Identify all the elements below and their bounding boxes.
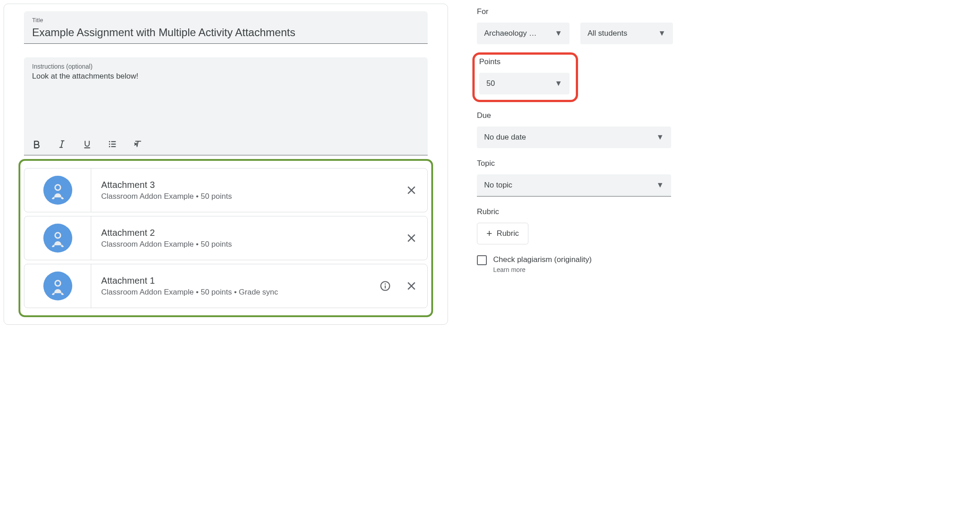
attachment-icon-column: [24, 169, 91, 212]
plus-icon: +: [486, 229, 492, 239]
attachment-actions: [404, 216, 427, 260]
class-dropdown[interactable]: Archaeology … ▼: [477, 23, 569, 44]
title-value: Example Assignment with Multiple Activit…: [32, 26, 420, 39]
points-highlight-box: Points 50 ▼: [472, 52, 578, 102]
svg-point-4: [55, 233, 61, 238]
main-editor-panel: Title Example Assignment with Multiple A…: [0, 0, 452, 357]
class-dropdown-value: Archaeology …: [484, 29, 537, 38]
addon-icon: [43, 224, 72, 253]
svg-point-5: [55, 281, 61, 286]
chevron-down-icon: ▼: [656, 181, 664, 190]
attachment-title: Attachment 2: [101, 228, 394, 238]
students-dropdown[interactable]: All students ▼: [580, 23, 673, 44]
add-rubric-button[interactable]: + Rubric: [477, 223, 528, 244]
plagiarism-label: Check plagiarism (originality): [493, 255, 592, 264]
attachment-card: Attachment 3 Classroom Addon Example • 5…: [24, 168, 428, 212]
addon-icon: [43, 272, 72, 300]
title-field[interactable]: Title Example Assignment with Multiple A…: [24, 11, 428, 44]
topic-section: Topic No topic ▼: [477, 159, 676, 197]
chevron-down-icon: ▼: [658, 29, 666, 38]
chevron-down-icon: ▼: [656, 133, 664, 142]
svg-point-0: [109, 141, 110, 142]
points-dropdown[interactable]: 50 ▼: [479, 73, 569, 94]
for-label: For: [477, 7, 676, 16]
topic-label: Topic: [477, 159, 676, 168]
rubric-button-label: Rubric: [497, 229, 519, 238]
rubric-section: Rubric + Rubric: [477, 207, 676, 244]
rubric-label: Rubric: [477, 207, 676, 216]
plagiarism-row: Check plagiarism (originality) Learn mor…: [477, 255, 676, 273]
remove-attachment-button[interactable]: [404, 183, 419, 198]
attachment-info-button[interactable]: [378, 278, 393, 294]
due-date-dropdown[interactable]: No due date ▼: [477, 126, 671, 148]
instructions-value: Look at the attachments below!: [32, 72, 420, 131]
for-section: For Archaeology … ▼ All students ▼: [477, 7, 676, 44]
attachment-title: Attachment 3: [101, 180, 394, 190]
plagiarism-checkbox[interactable]: [477, 255, 487, 265]
svg-point-7: [385, 283, 386, 285]
attachment-text-column[interactable]: Attachment 1 Classroom Addon Example • 5…: [91, 264, 378, 308]
learn-more-link[interactable]: Learn more: [493, 266, 592, 273]
attachment-card: Attachment 1 Classroom Addon Example • 5…: [24, 264, 428, 308]
points-label: Points: [479, 57, 571, 66]
students-dropdown-value: All students: [588, 29, 627, 38]
chevron-down-icon: ▼: [555, 79, 562, 88]
attachment-subtitle: Classroom Addon Example • 50 points • Gr…: [101, 288, 368, 297]
underline-button[interactable]: [81, 138, 93, 150]
svg-point-1: [109, 144, 110, 145]
close-icon: [406, 232, 417, 244]
points-value: 50: [486, 79, 495, 88]
topic-value: No topic: [484, 181, 512, 190]
attachment-subtitle: Classroom Addon Example • 50 points: [101, 192, 394, 201]
bullet-list-button[interactable]: [106, 138, 119, 150]
attachment-card: Attachment 2 Classroom Addon Example • 5…: [24, 216, 428, 260]
remove-attachment-button[interactable]: [404, 230, 419, 246]
italic-button[interactable]: [56, 138, 68, 150]
close-icon: [406, 184, 417, 196]
bold-button[interactable]: [30, 138, 43, 150]
attachment-text-column[interactable]: Attachment 2 Classroom Addon Example • 5…: [91, 216, 404, 260]
assignment-sidebar: For Archaeology … ▼ All students ▼ Point…: [452, 0, 680, 357]
chevron-down-icon: ▼: [555, 29, 562, 38]
instructions-field[interactable]: Instructions (optional) Look at the atta…: [24, 57, 428, 134]
attachment-actions: [378, 264, 427, 308]
due-section: Due No due date ▼: [477, 111, 676, 148]
attachment-actions: [404, 169, 427, 212]
clear-formatting-button[interactable]: [131, 138, 144, 150]
remove-attachment-button[interactable]: [404, 278, 419, 294]
attachments-highlight-box: Attachment 3 Classroom Addon Example • 5…: [19, 159, 433, 317]
svg-point-2: [109, 146, 110, 147]
due-label: Due: [477, 111, 676, 120]
attachment-icon-column: [24, 264, 91, 308]
close-icon: [406, 280, 417, 292]
attachment-title: Attachment 1: [101, 276, 368, 286]
attachment-subtitle: Classroom Addon Example • 50 points: [101, 240, 394, 249]
addon-icon: [43, 176, 72, 205]
assignment-card: Title Example Assignment with Multiple A…: [4, 4, 448, 325]
attachment-icon-column: [24, 216, 91, 260]
due-date-value: No due date: [484, 133, 526, 142]
svg-point-3: [55, 185, 61, 190]
attachment-text-column[interactable]: Attachment 3 Classroom Addon Example • 5…: [91, 169, 404, 212]
instructions-label: Instructions (optional): [32, 63, 420, 70]
title-label: Title: [32, 17, 420, 23]
rich-text-toolbar: [24, 134, 428, 155]
info-icon: [379, 280, 391, 292]
topic-dropdown[interactable]: No topic ▼: [477, 174, 671, 197]
